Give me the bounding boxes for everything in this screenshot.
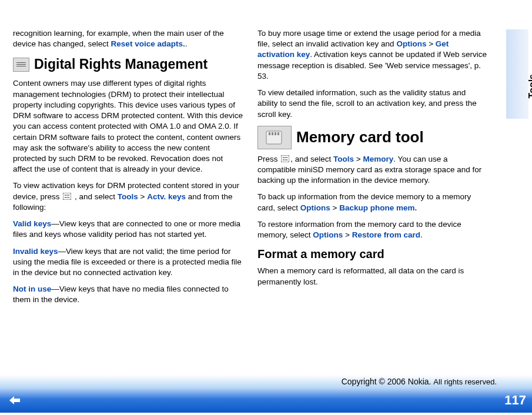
copyright-rest: All rights reserved. xyxy=(433,377,497,386)
restore-from-card-link[interactable]: Restore from card xyxy=(352,230,420,239)
svg-point-9 xyxy=(68,197,69,198)
manual-page: Tools recognition learning, for example,… xyxy=(0,0,532,415)
format-heading: Format a memory card xyxy=(257,246,488,262)
section-tab-label: Tools xyxy=(526,74,532,98)
svg-point-20 xyxy=(285,159,286,160)
reset-voice-link[interactable]: Reset voice adapts. xyxy=(111,39,185,48)
memory-press-paragraph: Press , and select Tools > Memory. You c… xyxy=(257,154,488,186)
body-text: > xyxy=(343,230,352,239)
svg-rect-13 xyxy=(275,132,276,135)
svg-rect-10 xyxy=(266,131,282,144)
svg-rect-1 xyxy=(16,64,26,65)
drm-body: Content owners may use different types o… xyxy=(13,78,243,175)
view-detail-paragraph: To view detailed information, such as th… xyxy=(257,88,488,120)
body-text: . xyxy=(185,39,188,48)
memory-heading: Memory card tool xyxy=(296,127,424,148)
copyright-brand: Copyright © 2006 Nokia. xyxy=(342,377,434,386)
options-link[interactable]: Options xyxy=(313,230,343,239)
svg-rect-12 xyxy=(272,132,273,135)
memory-link[interactable]: Memory xyxy=(363,155,393,163)
body-text: , and select xyxy=(72,192,118,201)
svg-point-19 xyxy=(283,159,284,160)
back-arrow-icon xyxy=(8,395,21,406)
drm-heading-row: Digital Rights Management xyxy=(13,55,243,73)
body-text: > xyxy=(354,155,363,163)
view-actv-keys-paragraph: To view activation keys for DRM protecte… xyxy=(13,180,243,213)
invalid-keys-label[interactable]: Invalid keys xyxy=(13,247,58,256)
svg-point-16 xyxy=(283,157,284,158)
options-link[interactable]: Options xyxy=(300,203,330,212)
right-column: To buy more usage time or extend the usa… xyxy=(257,28,488,312)
footer-band: Copyright © 2006 Nokia. All rights reser… xyxy=(0,388,532,413)
tools-link[interactable]: Tools xyxy=(118,192,138,201)
memory-heading-row: Memory card tool xyxy=(257,126,488,149)
valid-keys-label[interactable]: Valid keys xyxy=(13,219,51,228)
svg-point-8 xyxy=(66,197,68,198)
svg-point-7 xyxy=(65,197,66,198)
not-in-use-item: Not in use—View keys that have no media … xyxy=(13,284,243,305)
body-text: Press xyxy=(257,155,280,163)
svg-point-5 xyxy=(66,195,68,196)
menu-key-icon xyxy=(280,155,290,163)
two-column-layout: recognition learning, for example, when … xyxy=(13,28,499,312)
backup-phone-mem-link[interactable]: Backup phone mem. xyxy=(339,203,417,212)
actv-keys-link[interactable]: Actv. keys xyxy=(147,192,186,201)
svg-rect-0 xyxy=(16,62,26,63)
backup-paragraph: To back up information from the device m… xyxy=(257,192,488,213)
svg-point-6 xyxy=(68,195,69,196)
tools-link[interactable]: Tools xyxy=(333,155,354,163)
svg-point-21 xyxy=(286,159,287,160)
valid-keys-item: Valid keys—View keys that are connected … xyxy=(13,219,243,240)
options-link[interactable]: Options xyxy=(396,39,426,48)
not-in-use-label[interactable]: Not in use xyxy=(13,285,51,293)
memory-card-icon xyxy=(257,126,292,149)
left-column: recognition learning, for example, when … xyxy=(13,28,243,312)
body-text: > xyxy=(138,192,147,201)
svg-point-17 xyxy=(285,157,286,158)
svg-point-18 xyxy=(286,157,287,158)
svg-rect-14 xyxy=(277,132,279,135)
page-number: 117 xyxy=(504,391,526,409)
reset-voice-paragraph: recognition learning, for example, when … xyxy=(13,28,243,49)
body-text: . xyxy=(420,230,423,239)
body-text: > xyxy=(426,39,435,48)
svg-point-4 xyxy=(65,195,66,196)
svg-rect-15 xyxy=(281,155,289,162)
format-body: When a memory card is reformatted, all d… xyxy=(257,266,488,287)
invalid-keys-item: Invalid keys—View keys that are not vali… xyxy=(13,246,243,279)
drm-icon xyxy=(13,58,29,72)
svg-rect-2 xyxy=(16,66,26,66)
menu-key-icon xyxy=(62,192,72,200)
svg-rect-3 xyxy=(63,193,71,200)
drm-heading: Digital Rights Management xyxy=(34,55,208,73)
buy-usage-paragraph: To buy more usage time or extend the usa… xyxy=(257,28,488,82)
copyright: Copyright © 2006 Nokia. All rights reser… xyxy=(342,376,497,387)
restore-paragraph: To restore information from the memory c… xyxy=(257,219,488,240)
body-text: > xyxy=(330,203,339,212)
svg-rect-11 xyxy=(269,132,270,135)
body-text: , and select xyxy=(290,155,333,163)
section-tab: Tools xyxy=(506,29,528,119)
